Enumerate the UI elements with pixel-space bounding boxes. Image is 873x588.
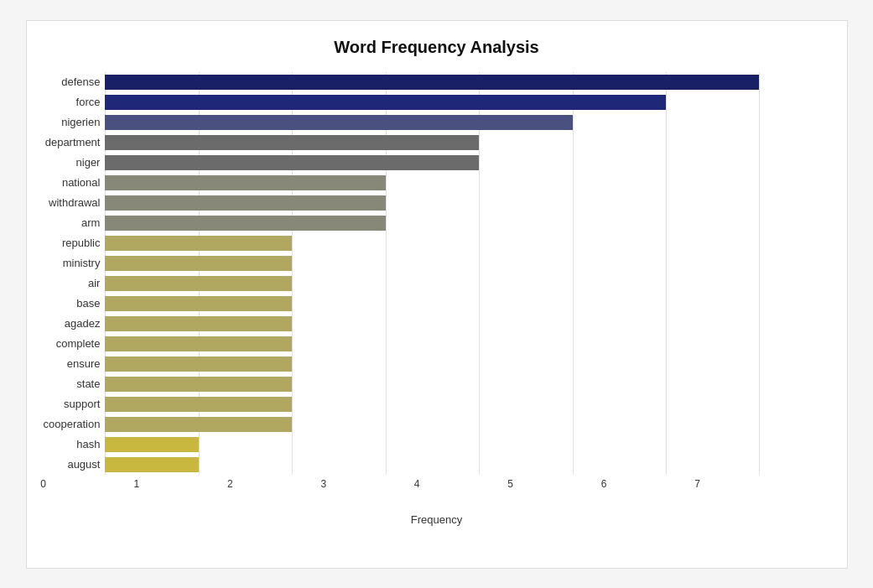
bar-row — [105, 173, 829, 193]
y-label: state — [76, 374, 100, 394]
x-tick: 6 — [601, 478, 607, 490]
chart-inner: defenseforcenigeriendepartmentnigernatio… — [44, 72, 830, 475]
y-label: support — [64, 394, 100, 414]
bar-row — [105, 414, 829, 434]
bar-row — [105, 394, 829, 414]
bars-and-grid — [105, 72, 829, 475]
x-axis-container: 01234567 Frequency — [44, 475, 830, 526]
bar — [105, 256, 292, 271]
x-tick: 2 — [227, 478, 233, 490]
x-axis: 01234567 — [44, 478, 698, 495]
x-tick: 0 — [40, 478, 46, 490]
y-label: cooperation — [44, 414, 101, 434]
y-label: agadez — [65, 314, 101, 334]
y-labels: defenseforcenigeriendepartmentnigernatio… — [44, 72, 101, 475]
y-label: withdrawal — [49, 193, 100, 213]
bar-row — [105, 153, 829, 173]
bar-row — [105, 72, 829, 92]
bar-row — [105, 374, 829, 394]
y-label: complete — [56, 334, 101, 354]
bar-row — [105, 233, 829, 253]
y-label: department — [45, 133, 101, 153]
bar — [105, 397, 292, 412]
y-label: nigerien — [61, 112, 100, 133]
bar — [105, 296, 292, 311]
bar-row — [105, 314, 829, 334]
y-label: ensure — [67, 354, 101, 374]
bar-row — [105, 253, 829, 273]
bar — [105, 175, 385, 190]
x-tick: 5 — [507, 478, 513, 490]
bar-row — [105, 455, 829, 475]
y-label: august — [67, 455, 100, 475]
bar-row — [105, 213, 829, 233]
bar-row — [105, 273, 829, 294]
bar — [105, 75, 759, 90]
bar — [105, 236, 292, 251]
x-tick: 3 — [320, 478, 326, 490]
y-label: arm — [81, 213, 100, 233]
bar-row — [105, 92, 829, 112]
bar — [105, 216, 385, 231]
x-tick: 4 — [414, 478, 420, 490]
bar — [105, 377, 292, 392]
y-label: niger — [76, 153, 101, 173]
bar — [105, 336, 292, 351]
x-tick: 1 — [134, 478, 140, 490]
bar — [105, 417, 292, 432]
bar-row — [105, 193, 829, 213]
bar — [105, 95, 666, 110]
bar-row — [105, 294, 829, 314]
bar — [105, 115, 572, 130]
bar — [105, 316, 292, 331]
chart-container: Word Frequency Analysis defenseforcenige… — [26, 20, 848, 569]
bar-row — [105, 133, 829, 153]
chart-title: Word Frequency Analysis — [44, 38, 830, 57]
y-label: ministry — [63, 253, 101, 273]
bar — [105, 356, 292, 372]
x-axis-label: Frequency — [44, 513, 830, 526]
bar-row — [105, 354, 829, 374]
bar-row — [105, 112, 829, 133]
x-tick: 7 — [694, 478, 700, 490]
bar — [105, 195, 385, 211]
y-label: air — [88, 273, 100, 294]
y-label: base — [76, 294, 100, 314]
y-label: national — [62, 173, 101, 193]
bar-row — [105, 434, 829, 455]
bar — [105, 457, 198, 472]
bar-row — [105, 334, 829, 354]
bar — [105, 155, 479, 170]
chart-area: defenseforcenigeriendepartmentnigernatio… — [44, 72, 830, 526]
y-label: hash — [76, 434, 100, 455]
bar — [105, 135, 479, 150]
y-label: defense — [61, 72, 100, 92]
y-label: force — [76, 92, 101, 112]
bar — [105, 276, 292, 291]
y-label: republic — [62, 233, 101, 253]
bar-rows — [105, 72, 829, 475]
bar — [105, 437, 198, 452]
